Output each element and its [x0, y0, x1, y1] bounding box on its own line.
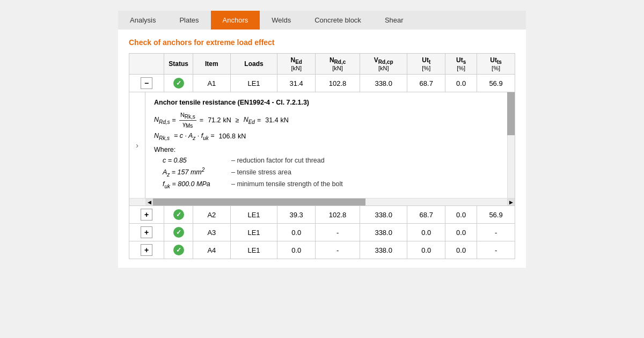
- nrdc-a1: 102.8: [316, 75, 360, 92]
- check-icon-a2: ✓: [173, 209, 184, 220]
- f1-unit: kN: [223, 116, 231, 124]
- loads-a2: LE1: [230, 206, 277, 224]
- where-desc-c: – reduction factor for cut thread: [231, 157, 325, 164]
- f2-body: = c · Az · fuk =: [174, 132, 215, 141]
- uts-a2: 0.0: [445, 206, 477, 224]
- where-item-az: Az = 157 mm2 – tensile stress area: [163, 167, 500, 178]
- loads-a4: LE1: [230, 241, 277, 259]
- formula2-line: NRk,s = c · Az · fuk = 106.8 kN: [154, 132, 500, 141]
- where-label-fuk: fuk = 800.0 MPa: [163, 180, 227, 189]
- detail-content-a1: Anchor tensile resistance (EN1992-4 - Cl…: [145, 92, 515, 198]
- where-label-az: Az = 157 mm2: [163, 167, 227, 178]
- vrdcp-a2: 338.0: [360, 206, 407, 224]
- h-scroll-track[interactable]: [153, 199, 507, 205]
- utt-a3: 0.0: [407, 224, 445, 241]
- main-container: Analysis Plates Anchors Welds Concrete b…: [118, 11, 526, 268]
- table-header-row: Status Item Loads NEd [kN] NRd,c [kN] VR…: [129, 54, 515, 75]
- utts-a1: 56.9: [477, 75, 515, 92]
- detail-title: Anchor tensile resistance (EN1992-4 - Cl…: [154, 99, 500, 106]
- uts-a1: 0.0: [445, 75, 477, 92]
- formula1-line: NRd,s = NRk,s γMs = 71.2 kN: [154, 112, 500, 128]
- f1-eq1: =: [172, 116, 176, 124]
- col-uts: Uts [%]: [445, 54, 477, 75]
- anchor-table: Status Item Loads NEd [kN] NRd,c [kN] VR…: [129, 53, 515, 259]
- vertical-scrollbar[interactable]: [507, 92, 515, 198]
- table-row-a1: − ✓ A1 LE1 31.4 102.8 338.0 68.7 0.0 56.…: [129, 75, 515, 92]
- col-toggle: [129, 54, 164, 75]
- h-scroll-spacer: [129, 199, 145, 205]
- status-a2: ✓: [164, 206, 193, 224]
- f1-eq2: =: [200, 116, 203, 124]
- status-a1: ✓: [164, 75, 193, 92]
- h-scroll-thumb: [153, 199, 365, 205]
- h-scroll-right-btn[interactable]: ▶: [507, 199, 515, 205]
- where-desc-az: – tensile stress area: [231, 168, 291, 176]
- row-expand-arrow[interactable]: ›: [129, 92, 145, 198]
- ned-a3: 0.0: [277, 224, 316, 241]
- collapse-btn-a1[interactable]: −: [141, 77, 152, 89]
- expand-btn-a2[interactable]: +: [141, 209, 152, 221]
- item-a3: A3: [193, 224, 230, 241]
- col-ned: NEd [kN]: [277, 54, 316, 75]
- ned-a2: 39.3: [277, 206, 316, 224]
- detail-cell-a1: › Anchor tensile resistance (EN1992-4 - …: [129, 92, 515, 206]
- where-section: Where: c = 0.85 – reduction factor for c…: [154, 146, 500, 189]
- utts-a2: 56.9: [477, 206, 515, 224]
- col-loads: Loads: [230, 54, 277, 75]
- utt-a2: 68.7: [407, 206, 445, 224]
- expand-btn-a3[interactable]: +: [141, 226, 152, 238]
- nrdc-a4: -: [316, 241, 360, 259]
- where-item-c: c = 0.85 – reduction factor for cut thre…: [163, 157, 500, 164]
- utt-a1: 68.7: [407, 75, 445, 92]
- expand-btn-a4[interactable]: +: [141, 244, 152, 256]
- tab-welds[interactable]: Welds: [260, 11, 303, 30]
- vrdcp-a1: 338.0: [360, 75, 407, 92]
- utts-a4: -: [477, 241, 515, 259]
- item-a4: A4: [193, 241, 230, 259]
- f2-unit: kN: [238, 133, 246, 140]
- toggle-a3[interactable]: +: [129, 224, 164, 241]
- table-row-a2: + ✓ A2 LE1 39.3 102.8 338.0 68.7 0.0 56.…: [129, 206, 515, 224]
- utts-a3: -: [477, 224, 515, 241]
- tab-anchors[interactable]: Anchors: [211, 11, 260, 30]
- ned-a4: 0.0: [277, 241, 316, 259]
- f1-ned-label: NEd: [244, 116, 255, 125]
- h-scroll-left-btn[interactable]: ◀: [145, 199, 153, 205]
- tab-analysis[interactable]: Analysis: [118, 11, 167, 30]
- where-item-fuk: fuk = 800.0 MPa – minimum tensile streng…: [163, 180, 500, 189]
- status-a3: ✓: [164, 224, 193, 241]
- content-area: Check of anchors for extreme load effect…: [118, 30, 526, 268]
- col-utt: Utt [%]: [407, 54, 445, 75]
- col-nrdc: NRd,c [kN]: [316, 54, 360, 75]
- section-title: Check of anchors for extreme load effect: [129, 38, 515, 47]
- f1-fraction: NRk,s γMs: [179, 112, 196, 128]
- utt-a4: 0.0: [407, 241, 445, 259]
- table-row-a3: + ✓ A3 LE1 0.0 - 338.0 0.0 0.0 -: [129, 224, 515, 241]
- tab-plates[interactable]: Plates: [167, 11, 210, 30]
- item-a2: A2: [193, 206, 230, 224]
- horizontal-scrollbar[interactable]: ◀ ▶: [129, 198, 515, 205]
- nrdc-a2: 102.8: [316, 206, 360, 224]
- toggle-a2[interactable]: +: [129, 206, 164, 224]
- where-label-c: c = 0.85: [163, 157, 227, 164]
- check-icon-a1: ✓: [173, 78, 184, 89]
- loads-a3: LE1: [230, 224, 277, 241]
- item-a1: A1: [193, 75, 230, 92]
- col-item: Item: [193, 54, 230, 75]
- toggle-a1[interactable]: −: [129, 75, 164, 92]
- uts-a4: 0.0: [445, 241, 477, 259]
- f1-ned-unit: kN: [281, 116, 289, 124]
- scrollbar-thumb: [507, 92, 515, 135]
- status-a4: ✓: [164, 241, 193, 259]
- tab-shear[interactable]: Shear: [373, 11, 415, 30]
- where-title: Where:: [154, 146, 500, 153]
- vrdcp-a3: 338.0: [360, 224, 407, 241]
- loads-a1: LE1: [230, 75, 277, 92]
- tab-concrete-block[interactable]: Concrete block: [303, 11, 373, 30]
- detail-row-a1: › Anchor tensile resistance (EN1992-4 - …: [129, 92, 515, 206]
- table-row-a4: + ✓ A4 LE1 0.0 - 338.0 0.0 0.0 -: [129, 241, 515, 259]
- where-desc-fuk: – minimum tensile strength of the bolt: [231, 180, 343, 188]
- toggle-a4[interactable]: +: [129, 241, 164, 259]
- f1-ned-val: =: [257, 116, 261, 124]
- f1-gte: ≥: [236, 116, 239, 124]
